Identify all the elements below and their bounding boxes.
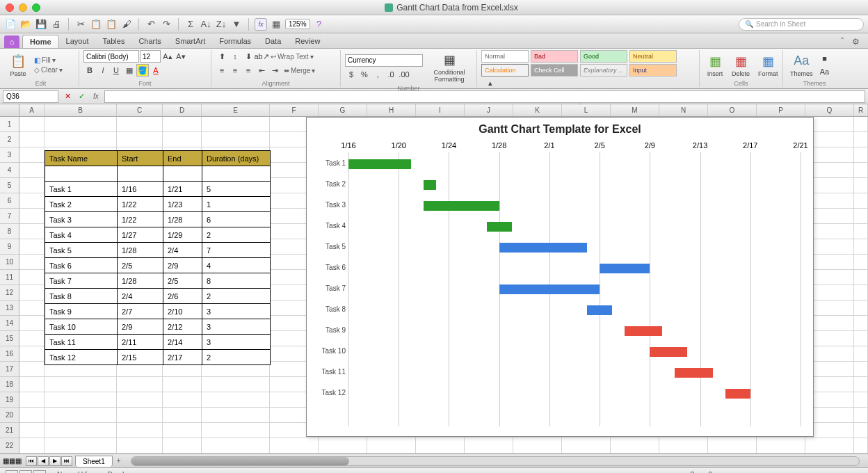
cell[interactable] xyxy=(163,392,202,408)
cell[interactable] xyxy=(708,438,757,454)
row-header[interactable]: 22 xyxy=(0,438,19,454)
conditional-formatting-button[interactable]: ▦Conditional Formatting xyxy=(426,50,473,84)
name-box[interactable]: Q36 xyxy=(3,90,58,103)
cell[interactable] xyxy=(854,408,868,423)
style-explanatory[interactable]: Explanatory ... xyxy=(580,64,627,77)
row-header[interactable]: 11 xyxy=(0,270,19,285)
style-neutral[interactable]: Neutral xyxy=(629,50,677,63)
ribbon-tab-layout[interactable]: Layout xyxy=(59,35,96,48)
cell[interactable] xyxy=(805,438,854,454)
row-header[interactable]: 4 xyxy=(0,163,19,178)
table-cell[interactable]: Task 10 xyxy=(45,319,118,335)
ribbon-tab-home[interactable]: Home xyxy=(22,35,59,48)
number-format-select[interactable] xyxy=(345,54,423,67)
paste-icon[interactable]: 📋 xyxy=(105,18,118,31)
table-cell[interactable]: 2/5 xyxy=(163,273,202,289)
cell[interactable] xyxy=(854,346,868,362)
cell[interactable] xyxy=(854,285,868,300)
column-header[interactable]: G xyxy=(319,104,367,116)
cell[interactable] xyxy=(202,377,270,392)
currency-icon[interactable]: $ xyxy=(345,68,357,81)
chart-bar[interactable] xyxy=(487,222,512,232)
style-calculation[interactable]: Calculation xyxy=(481,64,529,77)
row-header[interactable]: 12 xyxy=(0,285,19,300)
chart-bar[interactable] xyxy=(600,264,650,273)
cell[interactable] xyxy=(202,392,270,408)
cell[interactable] xyxy=(319,438,367,454)
print-icon[interactable]: 🖨 xyxy=(50,18,63,31)
row-header[interactable]: 19 xyxy=(0,392,19,408)
table-cell[interactable]: 2/11 xyxy=(118,335,163,350)
cell[interactable] xyxy=(19,423,45,438)
table-cell[interactable]: Task 3 xyxy=(45,212,118,227)
minimize-window-button[interactable] xyxy=(19,3,27,12)
cell[interactable] xyxy=(611,438,659,454)
zoom-window-button[interactable] xyxy=(32,3,40,12)
cell[interactable] xyxy=(163,438,202,454)
table-cell[interactable]: 1/28 xyxy=(163,212,202,227)
table-cell[interactable]: 1/22 xyxy=(118,212,163,227)
table-cell[interactable]: Task 6 xyxy=(45,258,118,273)
fx-icon[interactable]: fx xyxy=(255,18,267,31)
table-cell[interactable]: 2 xyxy=(202,289,271,304)
table-cell[interactable]: 2/10 xyxy=(163,304,202,319)
orientation-icon[interactable]: ab↗ xyxy=(255,50,268,63)
italic-button[interactable]: I xyxy=(97,64,109,77)
clear-button[interactable]: ◇Clear▾ xyxy=(32,65,65,74)
search-input[interactable]: 🔍Search in Sheet xyxy=(739,18,864,31)
table-cell[interactable]: 7 xyxy=(202,243,271,258)
gantt-chart[interactable]: Gantt Chart Template for Excel 1/161/201… xyxy=(306,117,814,437)
cell[interactable] xyxy=(854,300,868,316)
table-cell[interactable]: 2/9 xyxy=(163,258,202,273)
cell[interactable] xyxy=(854,362,868,377)
cell[interactable] xyxy=(465,438,513,454)
cell[interactable] xyxy=(45,438,117,454)
table-cell[interactable]: 2/9 xyxy=(118,319,163,335)
paste-button[interactable]: 📋Paste xyxy=(7,51,29,79)
cell[interactable] xyxy=(117,423,163,438)
table-cell[interactable]: 2/17 xyxy=(163,350,202,365)
cell[interactable] xyxy=(854,178,868,193)
cell[interactable] xyxy=(19,178,45,193)
filter-icon[interactable]: ▼ xyxy=(230,18,243,31)
row-header[interactable]: 7 xyxy=(0,209,19,224)
redo-icon[interactable]: ↷ xyxy=(160,18,172,31)
row-header[interactable]: 14 xyxy=(0,316,19,331)
cell[interactable] xyxy=(19,408,45,423)
next-sheet-icon[interactable]: ▶ xyxy=(49,456,61,466)
cell[interactable] xyxy=(854,163,868,178)
column-header[interactable]: L xyxy=(562,104,611,116)
column-header[interactable]: O xyxy=(708,104,757,116)
cell[interactable] xyxy=(202,132,270,147)
increase-font-icon[interactable]: A▴ xyxy=(161,50,174,63)
row-header[interactable]: 1 xyxy=(0,117,19,132)
save-icon[interactable]: 💾 xyxy=(35,18,47,31)
page-layout-view-button[interactable] xyxy=(19,470,32,474)
cell[interactable] xyxy=(854,316,868,331)
table-cell[interactable]: Task 11 xyxy=(45,335,118,350)
font-size-select[interactable] xyxy=(140,50,161,63)
table-cell[interactable]: 2/5 xyxy=(118,258,163,273)
add-sheet-button[interactable]: + xyxy=(113,456,125,466)
last-sheet-icon[interactable]: ⏭ xyxy=(61,456,72,466)
cell[interactable] xyxy=(163,132,202,147)
align-top-icon[interactable]: ⬆ xyxy=(216,50,228,63)
themes-button[interactable]: AaThemes xyxy=(787,51,816,79)
ribbon-settings-icon[interactable]: ⚙ xyxy=(848,35,864,48)
column-header[interactable]: E xyxy=(202,104,270,116)
theme-colors-icon[interactable]: ■ xyxy=(819,52,831,65)
cell[interactable] xyxy=(45,377,117,392)
column-header[interactable]: M xyxy=(611,104,659,116)
cancel-formula-icon[interactable]: ✕ xyxy=(61,90,74,103)
style-bad[interactable]: Bad xyxy=(531,50,578,63)
enter-formula-icon[interactable]: ✓ xyxy=(75,90,88,103)
chart-bar[interactable] xyxy=(725,389,750,399)
cell[interactable] xyxy=(270,438,319,454)
underline-button[interactable]: U xyxy=(110,64,122,77)
zoom-level[interactable]: 125% xyxy=(285,19,310,29)
row-header[interactable]: 10 xyxy=(0,255,19,270)
prev-sheet-icon[interactable]: ◀ xyxy=(38,456,49,466)
table-cell[interactable]: 3 xyxy=(202,335,271,350)
normal-view-button[interactable] xyxy=(6,470,18,474)
cell[interactable] xyxy=(202,438,270,454)
